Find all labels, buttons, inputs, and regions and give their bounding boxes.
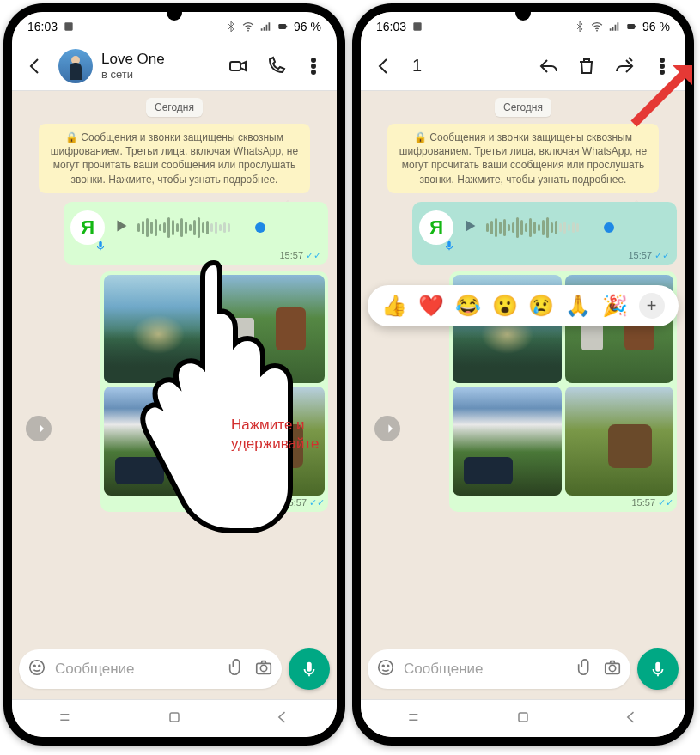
wifi-icon	[242, 21, 254, 33]
image-thumbnail-1[interactable]	[104, 275, 212, 383]
contact-name: Love One	[101, 51, 215, 68]
camera-icon[interactable]	[603, 658, 622, 680]
nav-back[interactable]	[274, 709, 291, 729]
chat-area[interactable]: Сегодня 🔒 Сообщения и звонки защищены ск…	[361, 91, 685, 646]
battery-icon	[625, 21, 637, 33]
image-thumbnail-3[interactable]	[453, 387, 561, 495]
mic-badge-icon	[94, 234, 107, 247]
selection-count: 1	[412, 56, 526, 76]
svg-point-13	[260, 665, 266, 671]
voice-time: 15:57	[628, 250, 652, 260]
wifi-icon	[591, 21, 603, 33]
attach-icon[interactable]	[575, 658, 594, 680]
input-placeholder: Сообщение	[404, 661, 567, 678]
input-placeholder: Сообщение	[55, 661, 218, 678]
message-input[interactable]: Сообщение	[19, 649, 282, 689]
chat-area[interactable]: Сегодня 🔒 Сообщения и звонки защищены ск…	[12, 91, 337, 646]
svg-rect-29	[655, 662, 660, 672]
message-input-bar: Сообщение	[12, 646, 337, 699]
reaction-laugh[interactable]: 😂	[455, 294, 481, 318]
voice-record-button[interactable]	[637, 648, 679, 690]
forward-button[interactable]	[26, 416, 52, 441]
image-thumbnail-2[interactable]	[216, 275, 325, 383]
svg-rect-8	[99, 241, 102, 247]
chat-header: Love One в сети	[12, 41, 337, 91]
notification-icon	[63, 21, 75, 33]
contact-info[interactable]: Love One в сети	[101, 51, 215, 82]
voice-progress-dot[interactable]	[255, 222, 265, 233]
camera-icon[interactable]	[254, 658, 273, 680]
svg-rect-16	[413, 22, 421, 30]
notification-icon	[411, 21, 423, 33]
nav-recents[interactable]	[58, 709, 75, 729]
voice-waveform[interactable]	[486, 216, 670, 239]
reaction-wow[interactable]: 😮	[492, 294, 518, 318]
svg-point-26	[387, 665, 389, 667]
more-button[interactable]	[299, 52, 328, 81]
sticker-icon[interactable]	[27, 658, 46, 680]
svg-rect-4	[230, 62, 240, 70]
date-pill: Сегодня	[146, 98, 203, 117]
message-input-bar: Сообщение	[361, 646, 685, 699]
voice-progress-dot[interactable]	[604, 222, 614, 233]
sticker-icon[interactable]	[376, 658, 395, 680]
voice-message-bubble[interactable]: Я 15:57✓✓	[64, 202, 328, 265]
back-button[interactable]	[369, 52, 399, 81]
reply-button[interactable]	[534, 52, 563, 81]
voice-message-bubble[interactable]: Я 15:57✓✓	[412, 202, 677, 265]
nav-bar	[361, 699, 685, 737]
voice-call-button[interactable]	[261, 52, 290, 81]
voice-waveform[interactable]	[137, 216, 321, 239]
reaction-heart[interactable]: ❤️	[418, 294, 444, 318]
image-grid-message[interactable]: 15:57✓✓	[100, 271, 328, 512]
svg-rect-14	[307, 662, 312, 672]
svg-rect-23	[447, 241, 451, 247]
svg-point-5	[312, 58, 315, 62]
bluetooth-icon	[225, 21, 237, 33]
svg-rect-15	[170, 713, 179, 722]
date-pill: Сегодня	[495, 98, 551, 117]
mic-badge-icon	[443, 234, 455, 247]
forward-button[interactable]	[374, 416, 400, 441]
attach-icon[interactable]	[227, 658, 246, 680]
phone-left: 16:03 96 % Love One в сети	[3, 3, 345, 746]
read-checks-icon: ✓✓	[658, 497, 673, 508]
contact-avatar[interactable]	[58, 49, 93, 83]
nav-home[interactable]	[166, 709, 183, 729]
voice-sender-avatar: Я	[419, 210, 453, 245]
nav-back[interactable]	[623, 709, 640, 729]
annotation-text: Нажмите и удерживайте	[231, 416, 319, 454]
svg-point-10	[33, 665, 35, 667]
svg-rect-19	[635, 26, 636, 27]
video-call-button[interactable]	[223, 52, 253, 81]
reaction-thumbsup[interactable]: 👍	[381, 294, 407, 318]
phone-right: 16:03 96 % 1 Сего	[352, 3, 694, 746]
nav-recents[interactable]	[406, 709, 423, 729]
read-checks-icon: ✓✓	[306, 250, 321, 261]
nav-bar	[12, 699, 337, 737]
play-button[interactable]	[112, 216, 131, 239]
delete-button[interactable]	[572, 52, 601, 81]
reaction-sad[interactable]: 😢	[528, 294, 554, 318]
svg-rect-3	[286, 26, 287, 27]
svg-point-17	[596, 30, 598, 32]
back-button[interactable]	[21, 52, 50, 81]
nav-home[interactable]	[514, 709, 532, 729]
svg-point-1	[247, 30, 249, 32]
svg-rect-18	[627, 24, 635, 29]
play-button[interactable]	[460, 216, 479, 239]
contact-status: в сети	[101, 68, 215, 82]
svg-point-6	[312, 64, 315, 68]
svg-rect-0	[64, 22, 72, 30]
message-input[interactable]: Сообщение	[368, 649, 630, 689]
reaction-more-button[interactable]: +	[639, 293, 665, 319]
svg-rect-30	[519, 713, 527, 722]
reaction-party[interactable]: 🎉	[602, 294, 628, 318]
encryption-notice[interactable]: 🔒 Сообщения и звонки защищены сквозным ш…	[39, 124, 309, 193]
voice-record-button[interactable]	[289, 648, 330, 690]
encryption-notice[interactable]: 🔒 Сообщения и звонки защищены сквозным ш…	[387, 124, 658, 193]
reaction-pray[interactable]: 🙏	[565, 294, 591, 318]
image-thumbnail-4[interactable]	[565, 387, 673, 495]
image-thumbnail-3[interactable]	[104, 387, 212, 495]
read-checks-icon: ✓✓	[309, 497, 325, 508]
